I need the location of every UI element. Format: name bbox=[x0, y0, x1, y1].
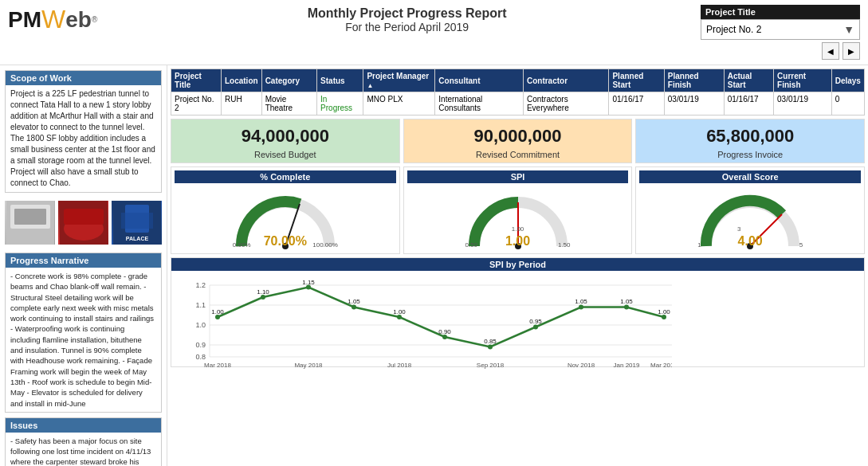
col-current-finish: Current Finish bbox=[774, 69, 832, 92]
progress-invoice-label: Progress Invoice bbox=[639, 150, 861, 159]
progress-narrative-header: Progress Narrative bbox=[6, 253, 161, 268]
spi-chart-title: SPI by Period bbox=[171, 258, 864, 271]
svg-point-36 bbox=[624, 305, 629, 310]
gauge-spi-min: 0.50 bbox=[465, 241, 478, 249]
svg-text:1.00: 1.00 bbox=[393, 308, 406, 315]
col-location: Location bbox=[221, 69, 261, 92]
project-table: Project Title Location Category Status P… bbox=[171, 69, 865, 116]
metric-progress-invoice: 65,800,000 Progress Invoice bbox=[635, 119, 865, 163]
scope-of-work-section: Scope of Work Project is a 225 LF pedest… bbox=[5, 70, 162, 193]
col-planned-start: Planned Start bbox=[609, 69, 664, 92]
chevron-down-icon[interactable]: ▼ bbox=[843, 23, 854, 36]
svg-text:1.0: 1.0 bbox=[195, 321, 206, 329]
table-row: Project No. 2 RUH Movie Theatre In Progr… bbox=[171, 92, 865, 116]
gauge-percent-min: 0.00% bbox=[233, 241, 251, 249]
svg-text:1.05: 1.05 bbox=[348, 298, 360, 305]
project-image-2 bbox=[58, 201, 108, 245]
left-panel: Scope of Work Project is a 225 LF pedest… bbox=[0, 65, 167, 466]
svg-text:1.00: 1.00 bbox=[211, 308, 224, 315]
project-image-1 bbox=[5, 201, 55, 245]
cell-planned-start: 01/16/17 bbox=[609, 92, 664, 116]
cell-consultant: International Consultants bbox=[435, 92, 524, 116]
svg-rect-2 bbox=[14, 209, 46, 225]
cell-project-manager: MNO PLX bbox=[363, 92, 435, 116]
gauge-spi-mid: 1.00 bbox=[512, 225, 524, 233]
svg-text:1.05: 1.05 bbox=[620, 298, 633, 305]
svg-text:0.85: 0.85 bbox=[484, 338, 497, 345]
report-title: Monthly Project Progress Report bbox=[113, 6, 701, 21]
gauge-percent-value: 70.00% bbox=[264, 234, 307, 249]
scope-content: Project is a 225 LF pedestrian tunnel to… bbox=[6, 85, 161, 192]
svg-text:1.1: 1.1 bbox=[195, 301, 206, 309]
cell-category: Movie Theatre bbox=[261, 92, 316, 116]
gauge-spi-title: SPI bbox=[407, 170, 629, 183]
gauge-spi-value: 1.00 bbox=[505, 234, 530, 249]
gauge-percent-max: 100.00% bbox=[312, 241, 338, 249]
revised-budget-value: 94,000,000 bbox=[175, 126, 396, 147]
revised-commitment-label: Revised Commitment bbox=[407, 150, 629, 159]
logo-w: W bbox=[41, 5, 65, 34]
nav-prev-button[interactable]: ◀ bbox=[822, 42, 839, 60]
gauge-row: % Complete 70.00% 0.00% bbox=[171, 166, 865, 254]
spi-chart-container: 1.2 1.1 1.0 0.9 0.8 bbox=[171, 271, 864, 366]
cell-delays: 0 bbox=[831, 92, 864, 116]
svg-text:0.95: 0.95 bbox=[529, 318, 542, 325]
spi-chart-section: SPI by Period 1.2 1.1 1.0 0 bbox=[171, 257, 865, 367]
issues-content: - Safety has been a major focus on site … bbox=[6, 433, 161, 466]
col-contractor: Contractor bbox=[523, 69, 608, 92]
svg-text:1.05: 1.05 bbox=[575, 298, 587, 305]
header-center: Monthly Project Progress Report For the … bbox=[113, 5, 701, 33]
nav-next-button[interactable]: ▶ bbox=[842, 42, 860, 60]
metric-revised-budget: 94,000,000 Revised Budget bbox=[171, 119, 400, 163]
progress-invoice-value: 65,800,000 bbox=[639, 126, 861, 147]
metrics-row: 94,000,000 Revised Budget 90,000,000 Rev… bbox=[171, 119, 865, 163]
cell-status: In Progress bbox=[317, 92, 363, 116]
gauge-spi: SPI 1.00 0.50 1.00 1.50 bbox=[403, 166, 633, 254]
issues-section: Issues - Safety has been a major focus o… bbox=[5, 417, 162, 466]
svg-text:May 2018: May 2018 bbox=[294, 362, 323, 369]
svg-text:Mar 2018: Mar 2018 bbox=[204, 362, 231, 369]
progress-narrative-content: - Concrete work is 98% complete - grade … bbox=[6, 268, 161, 412]
cell-location: RUH bbox=[221, 92, 261, 116]
svg-rect-9 bbox=[121, 213, 153, 229]
gauge-overall-score: Overall Score 4.00 1 3 5 bbox=[635, 166, 865, 254]
scope-header: Scope of Work bbox=[6, 71, 161, 85]
project-nav: ◀ ▶ bbox=[701, 42, 860, 60]
svg-text:1.15: 1.15 bbox=[302, 279, 315, 286]
logo: PM W eb ® bbox=[8, 5, 97, 34]
spi-line-chart: 1.2 1.1 1.0 0.9 0.8 bbox=[178, 277, 672, 373]
cell-planned-finish: 03/01/19 bbox=[664, 92, 724, 116]
col-project-manager: Project Manager ▲ bbox=[363, 69, 435, 92]
col-planned-finish: Planned Finish bbox=[664, 69, 724, 92]
logo-web: eb bbox=[65, 7, 92, 33]
col-category: Category bbox=[261, 69, 316, 92]
svg-point-30 bbox=[352, 305, 356, 310]
svg-point-33 bbox=[488, 345, 493, 350]
col-actual-start: Actual Start bbox=[724, 69, 773, 92]
svg-text:Jan 2019: Jan 2019 bbox=[614, 362, 640, 369]
col-consultant: Consultant bbox=[435, 69, 524, 92]
col-project-title: Project Title bbox=[171, 69, 222, 92]
revised-commitment-value: 90,000,000 bbox=[407, 126, 629, 147]
gauge-overall-mid: 3 bbox=[737, 225, 740, 233]
svg-text:0.90: 0.90 bbox=[438, 328, 451, 335]
project-number: Project No. 2 bbox=[706, 24, 761, 35]
progress-narrative-section: Progress Narrative - Concrete work is 98… bbox=[5, 253, 162, 413]
svg-text:PALACE: PALACE bbox=[125, 236, 148, 241]
cell-current-finish: 03/01/19 bbox=[774, 92, 832, 116]
svg-point-34 bbox=[533, 325, 538, 330]
project-title-label: Project Title bbox=[705, 7, 756, 17]
svg-text:1.2: 1.2 bbox=[195, 281, 206, 289]
logo-pm: PM bbox=[8, 7, 41, 33]
gauge-overall-title: Overall Score bbox=[639, 170, 861, 183]
project-image-3: PALACE bbox=[112, 201, 162, 245]
col-status: Status bbox=[317, 69, 363, 92]
logo-registered: ® bbox=[92, 15, 97, 24]
issues-header: Issues bbox=[6, 418, 161, 433]
svg-text:0.8: 0.8 bbox=[195, 353, 206, 361]
svg-point-35 bbox=[579, 305, 583, 310]
svg-text:0.9: 0.9 bbox=[195, 341, 206, 349]
svg-text:Mar 2019: Mar 2019 bbox=[650, 362, 672, 369]
svg-text:1.10: 1.10 bbox=[257, 288, 269, 296]
gauge-percent-title: % Complete bbox=[175, 170, 396, 183]
